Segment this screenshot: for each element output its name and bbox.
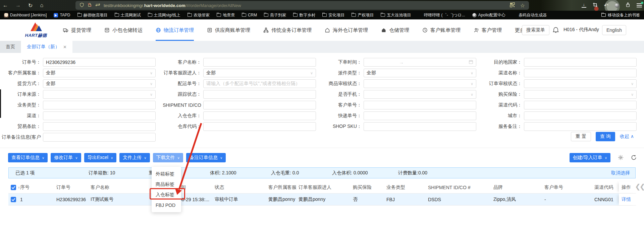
bookmark-item[interactable]: 农场管家 [187, 12, 210, 18]
undo-icon[interactable]: ↶ [604, 2, 608, 9]
bookmark-item[interactable]: Dashboard [Jenkins] [4, 13, 47, 17]
user-label[interactable]: H016 - 代伟Andy [564, 27, 599, 33]
download-menu-item-0[interactable]: 外箱标签 [152, 169, 181, 179]
filter-select[interactable]: 全部∨ [43, 69, 156, 77]
filter-input[interactable] [364, 101, 476, 109]
reset-button[interactable]: 重 置 [571, 132, 591, 141]
bookmark-item[interactable]: 安化项目 [322, 12, 344, 18]
filter-input[interactable] [364, 111, 476, 120]
bookmark-item[interactable]: Apollo配置中心 [472, 12, 505, 18]
table-row[interactable]: 1H2306299236IT测试账号2023-06-29 15:38:...审核… [8, 193, 636, 206]
language-button[interactable]: English [602, 25, 626, 35]
bookmark-item[interactable]: CRM [242, 13, 257, 17]
table-header-cell[interactable]: 订单客服跟进人 [299, 184, 331, 190]
toolbar-button-0[interactable]: 查看订单信息∨ [8, 153, 48, 162]
nav-item-1[interactable]: 小包仓储转运 [104, 19, 143, 41]
bookmark-item[interactable]: 产权项目 [352, 12, 374, 18]
filter-select[interactable]: ∨ [364, 90, 476, 99]
filter-input[interactable] [364, 122, 476, 131]
filter-input[interactable] [203, 90, 316, 99]
tab-close-icon[interactable]: ✕ [63, 45, 67, 50]
forward-button[interactable]: → [15, 2, 21, 8]
nav-item-0[interactable]: 提货管理 [63, 19, 91, 41]
bookmark-item[interactable]: 数字乡村 [293, 12, 315, 18]
filter-input[interactable]: H2306299236 [43, 58, 156, 67]
table-header-cell[interactable]: 业务类型 [386, 184, 405, 190]
download-icon[interactable]: ↓ [582, 3, 586, 8]
bookmark-item[interactable]: 条码自动生成器 [513, 12, 547, 18]
table-header-cell[interactable]: 状态 [215, 184, 224, 190]
extension-sphere-icon[interactable] [615, 3, 619, 8]
bookmark-item[interactable]: 地查查 [217, 12, 235, 18]
tab-home[interactable]: 首页 [0, 41, 21, 53]
filter-input[interactable] [203, 101, 316, 109]
select-all-checkbox[interactable] [11, 185, 16, 190]
search-button[interactable]: 查 询 [596, 132, 615, 141]
shield-icon[interactable] [79, 2, 84, 8]
create-import-order-button[interactable]: 创建/导入订单∨ [570, 153, 610, 162]
refresh-icon[interactable] [631, 155, 637, 162]
nav-item-3[interactable]: 供应商账单管理 [207, 19, 250, 41]
toolbar-button-5[interactable]: 备注订单信息∨ [186, 153, 226, 162]
bookmark-star-icon[interactable]: ☆ [520, 2, 525, 9]
collapse-link[interactable]: 收起 ∧ [620, 134, 634, 140]
filter-input[interactable] [203, 111, 316, 120]
lock-disabled-icon[interactable] [88, 2, 92, 8]
bookmark-item[interactable]: 土流网stg/线上 [148, 12, 180, 18]
share-icon[interactable] [626, 2, 630, 9]
mobile-bookmarks[interactable]: 移动设备上的书签 [601, 12, 640, 18]
toolbar-button-1[interactable]: 修改订单∨ [51, 153, 81, 162]
row-checkbox[interactable] [11, 197, 16, 202]
back-button[interactable]: ← [3, 2, 8, 8]
tab-orders-active[interactable]: 全部订单（新）✕ [21, 41, 72, 53]
filter-input[interactable] [203, 122, 316, 131]
bookmark-item[interactable]: TAPD [54, 13, 70, 17]
filter-select[interactable]: ∨ [524, 90, 637, 99]
nav-item-2[interactable]: 物流订单管理 [156, 19, 194, 41]
filter-input[interactable] [524, 122, 637, 131]
filter-input[interactable] [203, 58, 316, 67]
toolbar-button-2[interactable]: 导出Excel∨ [84, 153, 117, 162]
filter-select[interactable]: 全部∨ [43, 79, 156, 88]
extension-crop-icon[interactable] [593, 2, 598, 9]
detail-link[interactable]: 详情 [622, 197, 631, 203]
reload-button[interactable]: ↻ [28, 2, 33, 9]
cancel-selection-link[interactable]: 取消选择 [611, 170, 630, 176]
bookmark-item[interactable]: 赫德物流项目 [77, 12, 108, 18]
filter-input[interactable]: 请输入（多个配运单号以","或者空格相分隔） [203, 79, 316, 88]
bookmark-item[interactable]: 土流网测试 [115, 12, 141, 18]
bookmark-item[interactable]: 哔哩哔哩 (゜-゜)つロ... [418, 12, 465, 18]
table-header-cell[interactable]: 客户所属客服 [268, 184, 297, 190]
filter-select[interactable]: ∨ [524, 79, 637, 88]
date-range-input[interactable]: → [364, 58, 476, 67]
settings-gear-icon[interactable] [618, 155, 624, 162]
nav-item-4[interactable]: 传统业务订单管理 [263, 19, 312, 41]
qr-code-icon[interactable] [510, 2, 515, 8]
selection-dropdown-icon[interactable]: ∨ [18, 186, 20, 189]
url-text[interactable]: testtrunkbookingmgr.hart-worldwide.com/#… [104, 3, 241, 8]
filter-select[interactable]: 全部∨ [203, 69, 316, 77]
table-header-cell[interactable]: SHIPMENT ID/CO # [428, 185, 471, 190]
filter-input[interactable] [43, 133, 156, 142]
nav-item-8[interactable]: 客户管理 [474, 19, 502, 41]
table-header-cell[interactable]: 客户名称 [91, 184, 109, 190]
table-header-cell[interactable]: 品牌 [493, 184, 503, 190]
table-header-cell[interactable]: 渠道代码 [594, 184, 613, 190]
reader-mode-icon[interactable] [95, 2, 100, 8]
nav-item-5[interactable]: 海外仓订单管理 [325, 19, 368, 41]
home-button[interactable]: ⌂ [40, 2, 43, 8]
download-menu-item-3[interactable]: FBJ POD [152, 200, 181, 210]
toolbar-button-3[interactable]: 文件上传∨ [119, 153, 150, 162]
nav-item-7[interactable]: 客户账单管理 [422, 19, 461, 41]
filter-input[interactable] [524, 101, 637, 109]
app-logo[interactable]: HART赫德 [24, 21, 48, 38]
nav-item-6[interactable]: 仓储管理 [381, 19, 409, 41]
table-header-cell[interactable]: 序号 [20, 184, 30, 190]
menu-icon[interactable] [637, 3, 642, 7]
bookmark-item[interactable]: 五大连池项目 [381, 12, 411, 18]
url-bar[interactable]: testtrunkbookingmgr.hart-worldwide.com/#… [75, 1, 529, 10]
search-menu-button[interactable]: 搜索菜单 [522, 25, 549, 35]
filter-input[interactable] [524, 111, 637, 120]
filter-input[interactable] [43, 111, 156, 120]
filter-select[interactable]: ∨ [364, 79, 476, 88]
